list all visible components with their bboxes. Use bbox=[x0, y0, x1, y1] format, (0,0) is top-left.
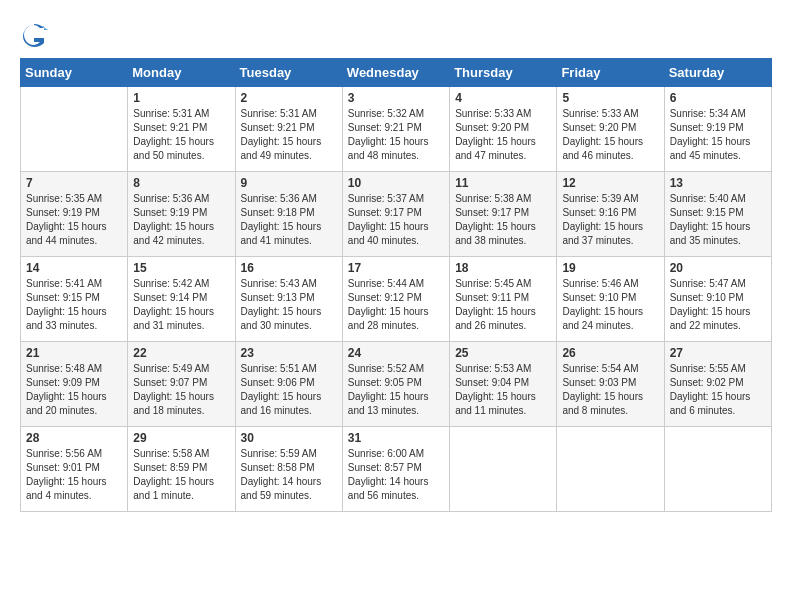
calendar-cell: 12Sunrise: 5:39 AM Sunset: 9:16 PM Dayli… bbox=[557, 172, 664, 257]
cell-info: Sunrise: 5:59 AM Sunset: 8:58 PM Dayligh… bbox=[241, 447, 337, 503]
cell-info: Sunrise: 5:42 AM Sunset: 9:14 PM Dayligh… bbox=[133, 277, 229, 333]
day-number: 13 bbox=[670, 176, 766, 190]
day-number: 10 bbox=[348, 176, 444, 190]
calendar-cell bbox=[450, 427, 557, 512]
day-number: 1 bbox=[133, 91, 229, 105]
calendar-cell: 5Sunrise: 5:33 AM Sunset: 9:20 PM Daylig… bbox=[557, 87, 664, 172]
calendar-cell: 8Sunrise: 5:36 AM Sunset: 9:19 PM Daylig… bbox=[128, 172, 235, 257]
day-number: 21 bbox=[26, 346, 122, 360]
calendar-cell: 2Sunrise: 5:31 AM Sunset: 9:21 PM Daylig… bbox=[235, 87, 342, 172]
calendar-cell bbox=[664, 427, 771, 512]
cell-info: Sunrise: 5:43 AM Sunset: 9:13 PM Dayligh… bbox=[241, 277, 337, 333]
cell-info: Sunrise: 5:31 AM Sunset: 9:21 PM Dayligh… bbox=[133, 107, 229, 163]
calendar-cell: 11Sunrise: 5:38 AM Sunset: 9:17 PM Dayli… bbox=[450, 172, 557, 257]
calendar-cell: 29Sunrise: 5:58 AM Sunset: 8:59 PM Dayli… bbox=[128, 427, 235, 512]
calendar-cell: 17Sunrise: 5:44 AM Sunset: 9:12 PM Dayli… bbox=[342, 257, 449, 342]
cell-info: Sunrise: 5:32 AM Sunset: 9:21 PM Dayligh… bbox=[348, 107, 444, 163]
calendar-week-4: 21Sunrise: 5:48 AM Sunset: 9:09 PM Dayli… bbox=[21, 342, 772, 427]
cell-info: Sunrise: 5:46 AM Sunset: 9:10 PM Dayligh… bbox=[562, 277, 658, 333]
cell-info: Sunrise: 5:40 AM Sunset: 9:15 PM Dayligh… bbox=[670, 192, 766, 248]
cell-info: Sunrise: 5:33 AM Sunset: 9:20 PM Dayligh… bbox=[562, 107, 658, 163]
calendar-cell: 3Sunrise: 5:32 AM Sunset: 9:21 PM Daylig… bbox=[342, 87, 449, 172]
cell-info: Sunrise: 5:36 AM Sunset: 9:19 PM Dayligh… bbox=[133, 192, 229, 248]
calendar-week-5: 28Sunrise: 5:56 AM Sunset: 9:01 PM Dayli… bbox=[21, 427, 772, 512]
day-number: 8 bbox=[133, 176, 229, 190]
day-number: 23 bbox=[241, 346, 337, 360]
calendar-cell: 18Sunrise: 5:45 AM Sunset: 9:11 PM Dayli… bbox=[450, 257, 557, 342]
calendar-cell: 21Sunrise: 5:48 AM Sunset: 9:09 PM Dayli… bbox=[21, 342, 128, 427]
day-number: 7 bbox=[26, 176, 122, 190]
cell-info: Sunrise: 5:34 AM Sunset: 9:19 PM Dayligh… bbox=[670, 107, 766, 163]
cell-info: Sunrise: 5:55 AM Sunset: 9:02 PM Dayligh… bbox=[670, 362, 766, 418]
cell-info: Sunrise: 5:45 AM Sunset: 9:11 PM Dayligh… bbox=[455, 277, 551, 333]
cell-info: Sunrise: 5:58 AM Sunset: 8:59 PM Dayligh… bbox=[133, 447, 229, 503]
calendar-table: SundayMondayTuesdayWednesdayThursdayFrid… bbox=[20, 58, 772, 512]
cell-info: Sunrise: 5:52 AM Sunset: 9:05 PM Dayligh… bbox=[348, 362, 444, 418]
day-header-sunday: Sunday bbox=[21, 59, 128, 87]
calendar-week-3: 14Sunrise: 5:41 AM Sunset: 9:15 PM Dayli… bbox=[21, 257, 772, 342]
calendar-cell: 25Sunrise: 5:53 AM Sunset: 9:04 PM Dayli… bbox=[450, 342, 557, 427]
day-number: 16 bbox=[241, 261, 337, 275]
cell-info: Sunrise: 5:51 AM Sunset: 9:06 PM Dayligh… bbox=[241, 362, 337, 418]
day-number: 30 bbox=[241, 431, 337, 445]
calendar-cell: 26Sunrise: 5:54 AM Sunset: 9:03 PM Dayli… bbox=[557, 342, 664, 427]
day-number: 31 bbox=[348, 431, 444, 445]
cell-info: Sunrise: 5:37 AM Sunset: 9:17 PM Dayligh… bbox=[348, 192, 444, 248]
calendar-cell: 4Sunrise: 5:33 AM Sunset: 9:20 PM Daylig… bbox=[450, 87, 557, 172]
header-row: SundayMondayTuesdayWednesdayThursdayFrid… bbox=[21, 59, 772, 87]
logo-icon bbox=[20, 20, 48, 48]
cell-info: Sunrise: 5:31 AM Sunset: 9:21 PM Dayligh… bbox=[241, 107, 337, 163]
day-header-friday: Friday bbox=[557, 59, 664, 87]
cell-info: Sunrise: 5:38 AM Sunset: 9:17 PM Dayligh… bbox=[455, 192, 551, 248]
cell-info: Sunrise: 5:41 AM Sunset: 9:15 PM Dayligh… bbox=[26, 277, 122, 333]
day-number: 18 bbox=[455, 261, 551, 275]
calendar-cell: 1Sunrise: 5:31 AM Sunset: 9:21 PM Daylig… bbox=[128, 87, 235, 172]
day-number: 25 bbox=[455, 346, 551, 360]
day-number: 17 bbox=[348, 261, 444, 275]
calendar-cell: 16Sunrise: 5:43 AM Sunset: 9:13 PM Dayli… bbox=[235, 257, 342, 342]
day-number: 9 bbox=[241, 176, 337, 190]
day-header-tuesday: Tuesday bbox=[235, 59, 342, 87]
day-number: 29 bbox=[133, 431, 229, 445]
page-header bbox=[20, 20, 772, 48]
logo bbox=[20, 20, 52, 48]
day-number: 4 bbox=[455, 91, 551, 105]
cell-info: Sunrise: 5:53 AM Sunset: 9:04 PM Dayligh… bbox=[455, 362, 551, 418]
calendar-cell: 9Sunrise: 5:36 AM Sunset: 9:18 PM Daylig… bbox=[235, 172, 342, 257]
calendar-week-2: 7Sunrise: 5:35 AM Sunset: 9:19 PM Daylig… bbox=[21, 172, 772, 257]
calendar-cell: 31Sunrise: 6:00 AM Sunset: 8:57 PM Dayli… bbox=[342, 427, 449, 512]
cell-info: Sunrise: 5:56 AM Sunset: 9:01 PM Dayligh… bbox=[26, 447, 122, 503]
day-header-monday: Monday bbox=[128, 59, 235, 87]
cell-info: Sunrise: 5:48 AM Sunset: 9:09 PM Dayligh… bbox=[26, 362, 122, 418]
day-header-wednesday: Wednesday bbox=[342, 59, 449, 87]
calendar-cell: 30Sunrise: 5:59 AM Sunset: 8:58 PM Dayli… bbox=[235, 427, 342, 512]
day-number: 6 bbox=[670, 91, 766, 105]
calendar-cell: 22Sunrise: 5:49 AM Sunset: 9:07 PM Dayli… bbox=[128, 342, 235, 427]
day-number: 5 bbox=[562, 91, 658, 105]
day-number: 26 bbox=[562, 346, 658, 360]
day-number: 11 bbox=[455, 176, 551, 190]
day-number: 20 bbox=[670, 261, 766, 275]
calendar-cell: 28Sunrise: 5:56 AM Sunset: 9:01 PM Dayli… bbox=[21, 427, 128, 512]
calendar-cell: 27Sunrise: 5:55 AM Sunset: 9:02 PM Dayli… bbox=[664, 342, 771, 427]
day-number: 12 bbox=[562, 176, 658, 190]
cell-info: Sunrise: 5:49 AM Sunset: 9:07 PM Dayligh… bbox=[133, 362, 229, 418]
calendar-cell: 14Sunrise: 5:41 AM Sunset: 9:15 PM Dayli… bbox=[21, 257, 128, 342]
calendar-cell bbox=[557, 427, 664, 512]
calendar-cell: 13Sunrise: 5:40 AM Sunset: 9:15 PM Dayli… bbox=[664, 172, 771, 257]
day-header-saturday: Saturday bbox=[664, 59, 771, 87]
cell-info: Sunrise: 5:35 AM Sunset: 9:19 PM Dayligh… bbox=[26, 192, 122, 248]
day-number: 14 bbox=[26, 261, 122, 275]
day-number: 24 bbox=[348, 346, 444, 360]
day-number: 3 bbox=[348, 91, 444, 105]
calendar-cell: 6Sunrise: 5:34 AM Sunset: 9:19 PM Daylig… bbox=[664, 87, 771, 172]
cell-info: Sunrise: 5:47 AM Sunset: 9:10 PM Dayligh… bbox=[670, 277, 766, 333]
cell-info: Sunrise: 5:36 AM Sunset: 9:18 PM Dayligh… bbox=[241, 192, 337, 248]
calendar-week-1: 1Sunrise: 5:31 AM Sunset: 9:21 PM Daylig… bbox=[21, 87, 772, 172]
day-number: 22 bbox=[133, 346, 229, 360]
day-header-thursday: Thursday bbox=[450, 59, 557, 87]
calendar-cell: 23Sunrise: 5:51 AM Sunset: 9:06 PM Dayli… bbox=[235, 342, 342, 427]
calendar-cell bbox=[21, 87, 128, 172]
calendar-cell: 19Sunrise: 5:46 AM Sunset: 9:10 PM Dayli… bbox=[557, 257, 664, 342]
day-number: 19 bbox=[562, 261, 658, 275]
